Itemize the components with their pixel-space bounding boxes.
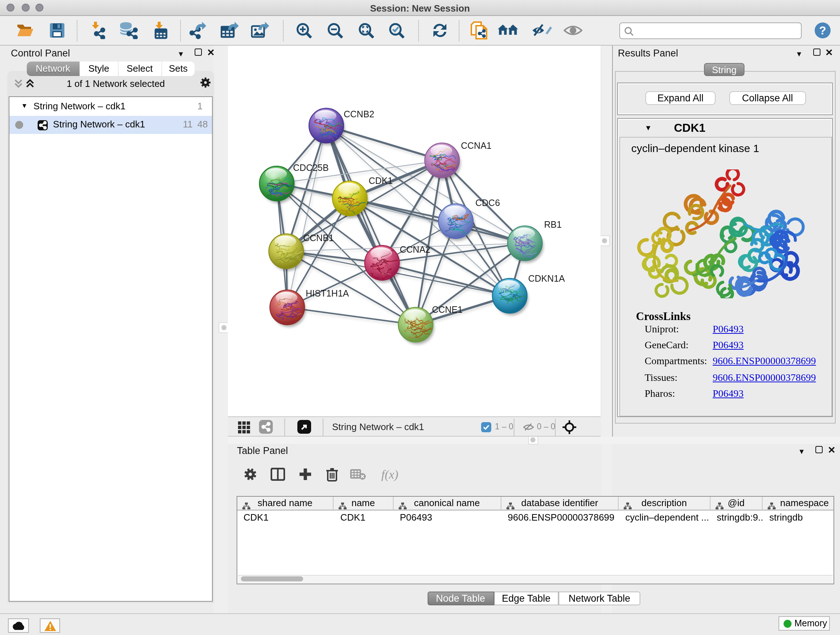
svg-text:CDK1: CDK1 <box>369 175 393 185</box>
svg-text:CCNE1: CCNE1 <box>432 304 463 314</box>
svg-text:HIST1H1A: HIST1H1A <box>306 288 349 298</box>
svg-text:CCNB2: CCNB2 <box>344 109 374 119</box>
svg-text:CDKN1A: CDKN1A <box>528 273 565 283</box>
svg-text:CCNA1: CCNA1 <box>461 140 492 150</box>
svg-text:CDC6: CDC6 <box>475 197 500 207</box>
svg-text:?: ? <box>819 24 826 37</box>
svg-text:RB1: RB1 <box>544 219 562 229</box>
svg-text:CCNB1: CCNB1 <box>303 233 334 242</box>
svg-text:CCNA2: CCNA2 <box>400 244 431 254</box>
svg-text:CDC25B: CDC25B <box>293 162 329 172</box>
